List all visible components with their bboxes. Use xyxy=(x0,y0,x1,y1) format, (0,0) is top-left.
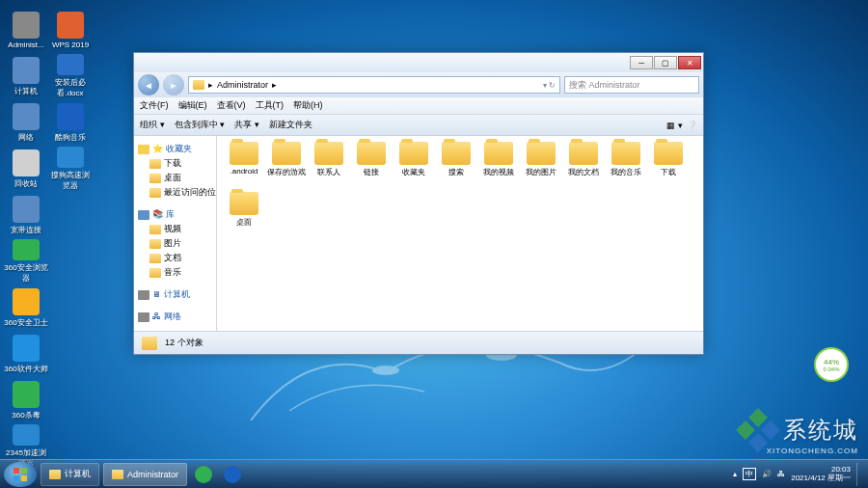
newfolder-button[interactable]: 新建文件夹 xyxy=(269,119,312,131)
folder-icon xyxy=(399,142,428,165)
tree-header[interactable]: 🖧 网络 xyxy=(136,310,214,324)
desktop-icon[interactable]: 360杀毒 xyxy=(4,378,48,422)
folder-item[interactable]: 联系人 xyxy=(308,142,350,190)
taskbar-button[interactable]: 计算机 xyxy=(41,463,99,486)
show-desktop-button[interactable] xyxy=(856,463,864,486)
address-path: Administrator xyxy=(217,80,268,90)
watermark: 系统城 xyxy=(739,411,858,449)
input-method[interactable]: 中 xyxy=(743,468,756,480)
tree-icon xyxy=(149,239,161,249)
desktop-icon[interactable]: 宽带连接 xyxy=(4,193,48,237)
folder-item[interactable]: 搜索 xyxy=(435,142,477,190)
tree-icon xyxy=(149,254,161,263)
folder-item[interactable]: 我的文档 xyxy=(562,142,605,190)
folder-item[interactable]: 保存的游戏 xyxy=(265,142,308,190)
folder-icon xyxy=(112,470,123,479)
explorer-navbar: ◄ ► ▸ Administrator ▸ ▾ ↻ 搜索 Administrat… xyxy=(134,72,703,97)
desktop-icon[interactable]: 网络 xyxy=(4,100,48,145)
folder-icon xyxy=(442,142,471,165)
tree-item[interactable]: 桌面 xyxy=(136,171,214,185)
svg-rect-3 xyxy=(21,468,27,474)
tree-icon xyxy=(149,225,161,234)
address-sep: ▸ xyxy=(208,80,213,90)
taskbar-button[interactable]: Administrator xyxy=(103,463,187,486)
watermark-logo xyxy=(739,411,777,449)
tree-header[interactable]: 📚 库 xyxy=(136,207,214,222)
desktop-icon[interactable]: 360安全卫士 xyxy=(4,285,48,330)
tree-item[interactable]: 最近访问的位置 xyxy=(136,185,214,200)
refresh-icon[interactable]: ▾ ↻ xyxy=(543,81,556,90)
tree-item[interactable]: 视频 xyxy=(136,222,214,236)
explorer-content[interactable]: .android保存的游戏联系人链接收藏夹搜索我的视频我的图片我的文档我的音乐下… xyxy=(217,136,703,331)
system-tray[interactable]: ▴ 中 🔊 🖧 20:03 2021/4/12 星期一 xyxy=(733,463,864,486)
desktop-icon[interactable]: 360软件大师 xyxy=(4,332,48,376)
folder-icon xyxy=(357,142,386,165)
folder-item[interactable]: 我的音乐 xyxy=(605,142,647,190)
minimize-button[interactable]: ─ xyxy=(630,56,653,69)
address-bar[interactable]: ▸ Administrator ▸ ▾ ↻ xyxy=(188,76,560,94)
folder-item[interactable]: 链接 xyxy=(350,142,393,190)
tree-item[interactable]: 文档 xyxy=(136,251,214,265)
tree-icon xyxy=(149,174,161,183)
tray-volume-icon[interactable]: 🔊 xyxy=(762,470,772,478)
organize-button[interactable]: 组织 ▾ xyxy=(140,119,165,131)
taskbar-pinned-360[interactable] xyxy=(191,463,216,486)
status-folder-icon xyxy=(142,337,157,350)
tree-icon xyxy=(138,290,149,300)
desktop-icon[interactable]: 安装后必看.docx xyxy=(48,54,93,98)
folder-item[interactable]: 下载 xyxy=(647,142,690,190)
desktop-icon[interactable]: Administ... xyxy=(4,8,48,52)
tree-item[interactable]: 图片 xyxy=(136,236,214,251)
desktop-icons-area: Administ...WPS 2019计算机安装后必看.docx网络酷狗音乐回收… xyxy=(4,8,100,471)
back-button[interactable]: ◄ xyxy=(138,74,159,95)
folder-icon xyxy=(193,80,204,90)
explorer-sidebar: ⭐ 收藏夹下载桌面最近访问的位置📚 库视频图片文档音乐🖥 计算机🖧 网络 xyxy=(134,136,217,331)
tray-clock[interactable]: 20:03 2021/4/12 星期一 xyxy=(791,466,851,483)
folder-icon xyxy=(484,142,513,165)
desktop-icon[interactable]: 搜狗高速浏览器 xyxy=(48,147,93,191)
taskbar: 计算机Administrator ▴ 中 🔊 🖧 20:03 2021/4/12… xyxy=(0,459,868,488)
folder-icon xyxy=(654,142,683,165)
tree-icon xyxy=(138,210,149,220)
svg-rect-4 xyxy=(14,475,19,481)
start-button[interactable] xyxy=(4,462,37,487)
taskbar-pinned-kugou[interactable] xyxy=(220,463,245,486)
window-titlebar[interactable]: ─ ▢ ✕ xyxy=(134,53,703,72)
desktop-icon[interactable]: 回收站 xyxy=(4,147,48,191)
folder-icon xyxy=(569,142,598,165)
folder-item[interactable]: 我的视频 xyxy=(477,142,520,190)
close-button[interactable]: ✕ xyxy=(678,56,701,69)
forward-button[interactable]: ► xyxy=(163,74,184,95)
share-button[interactable]: 共享 ▾ xyxy=(234,119,259,131)
menu-item[interactable]: 文件(F) xyxy=(140,99,169,112)
network-speed-badge[interactable]: 44% 0.04% xyxy=(814,347,849,382)
search-input[interactable]: 搜索 Administrator xyxy=(564,76,699,94)
help-icon[interactable]: ❔ xyxy=(687,121,697,130)
tray-expand-icon[interactable]: ▴ xyxy=(733,470,737,478)
menu-item[interactable]: 工具(T) xyxy=(256,99,285,112)
folder-icon xyxy=(230,142,258,165)
tree-header[interactable]: ⭐ 收藏夹 xyxy=(136,142,214,156)
desktop-icon[interactable]: 360安全浏览器 xyxy=(4,239,48,284)
svg-rect-2 xyxy=(14,468,19,474)
tree-item[interactable]: 音乐 xyxy=(136,265,214,280)
folder-item[interactable]: 桌面 xyxy=(223,192,265,240)
desktop-icon[interactable]: 计算机 xyxy=(4,54,48,98)
folder-item[interactable]: .android xyxy=(223,142,265,190)
include-button[interactable]: 包含到库中 ▾ xyxy=(175,119,226,131)
folder-item[interactable]: 我的图片 xyxy=(520,142,562,190)
view-button[interactable]: ▦ ▾ xyxy=(666,121,683,130)
menu-item[interactable]: 编辑(E) xyxy=(178,99,207,112)
menu-item[interactable]: 查看(V) xyxy=(217,99,246,112)
tree-header[interactable]: 🖥 计算机 xyxy=(136,287,214,302)
tree-icon xyxy=(149,268,161,278)
desktop-icon[interactable]: 酷狗音乐 xyxy=(48,100,93,145)
menu-item[interactable]: 帮助(H) xyxy=(293,99,323,112)
maximize-button[interactable]: ▢ xyxy=(654,56,677,69)
tray-network-icon[interactable]: 🖧 xyxy=(777,470,785,478)
folder-icon xyxy=(230,192,258,215)
tree-icon xyxy=(138,145,149,154)
tree-item[interactable]: 下载 xyxy=(136,156,214,171)
desktop-icon[interactable]: WPS 2019 xyxy=(48,8,93,52)
folder-item[interactable]: 收藏夹 xyxy=(393,142,435,190)
